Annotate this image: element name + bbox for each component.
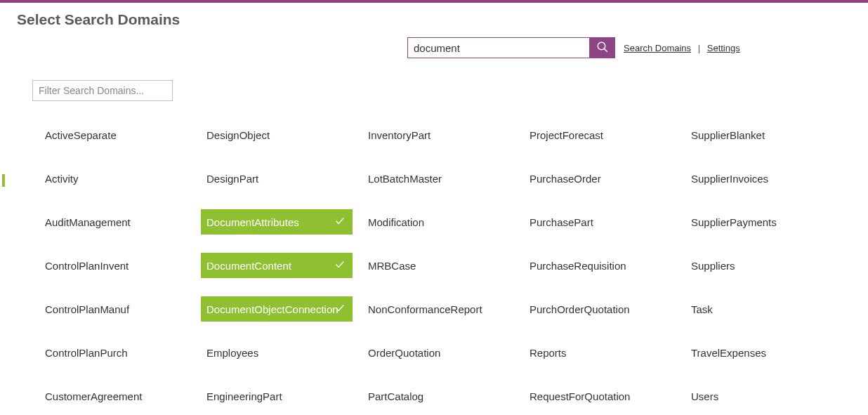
domain-item-label: ActiveSeparate: [45, 129, 117, 141]
filter-row: [32, 80, 868, 101]
domain-item[interactable]: Employees: [201, 340, 355, 365]
svg-line-1: [604, 48, 607, 52]
domain-item[interactable]: NonConformanceReport: [362, 296, 517, 322]
domain-item[interactable]: SupplierPayments: [685, 209, 840, 235]
domain-item-label: MRBCase: [368, 260, 416, 272]
domain-item-label: CustomerAgreement: [45, 390, 142, 402]
svg-point-0: [598, 42, 605, 50]
filter-input[interactable]: [32, 80, 173, 101]
search-input[interactable]: [407, 37, 590, 58]
domain-item-label: Activity: [45, 173, 79, 185]
domain-item-label: PartCatalog: [368, 390, 423, 402]
domain-item[interactable]: PartCatalog: [362, 383, 517, 409]
domain-item-label: Modification: [368, 216, 424, 228]
domain-item[interactable]: SupplierBlanket: [685, 122, 840, 147]
domain-item[interactable]: InventoryPart: [362, 122, 517, 147]
domain-item-label: ControlPlanManuf: [45, 303, 129, 315]
check-icon: [334, 259, 346, 272]
domain-item-label: Employees: [206, 347, 258, 359]
settings-link[interactable]: Settings: [707, 43, 740, 53]
domain-item[interactable]: PurchasePart: [524, 209, 678, 235]
domain-item[interactable]: ControlPlanPurch: [39, 340, 194, 365]
domain-item[interactable]: Reports: [524, 340, 678, 365]
domain-item[interactable]: CustomerAgreement: [39, 383, 194, 409]
domain-item-label: RequestForQuotation: [530, 390, 630, 402]
search-group: Search Domains | Settings: [407, 37, 740, 58]
domain-item[interactable]: LotBatchMaster: [362, 166, 517, 191]
search-domains-link[interactable]: Search Domains: [624, 43, 691, 53]
page-title: Select Search Domains: [0, 3, 868, 28]
domain-item-label: PurchaseOrder: [530, 173, 601, 185]
domains-grid: ActiveSeparateDesignObjectInventoryPartP…: [39, 122, 868, 409]
domain-item[interactable]: PurchOrderQuotation: [524, 296, 678, 322]
domain-item-label: Users: [691, 390, 718, 402]
check-icon: [334, 303, 346, 316]
domain-item[interactable]: Task: [685, 296, 840, 322]
domain-item[interactable]: SupplierInvoices: [685, 166, 840, 191]
check-icon: [334, 216, 346, 229]
domain-item[interactable]: DocumentContent: [201, 253, 353, 278]
domain-item[interactable]: PurchaseRequisition: [524, 253, 678, 278]
domain-item-label: Reports: [530, 347, 567, 359]
domain-item[interactable]: OrderQuotation: [362, 340, 517, 365]
domain-item-label: LotBatchMaster: [368, 173, 442, 185]
domain-item[interactable]: ProjectForecast: [524, 122, 678, 147]
domain-item-label: PurchaseRequisition: [530, 260, 626, 272]
domain-item-label: Task: [691, 303, 713, 315]
domain-item[interactable]: DesignPart: [201, 166, 355, 191]
domain-item-label: DesignObject: [206, 129, 270, 141]
domain-item[interactable]: Modification: [362, 209, 517, 235]
domain-item-label: PurchOrderQuotation: [530, 303, 630, 315]
domain-item[interactable]: AuditManagement: [39, 209, 194, 235]
domain-item[interactable]: PurchaseOrder: [524, 166, 678, 191]
domain-item-label: NonConformanceReport: [368, 303, 482, 315]
domain-item-label: Suppliers: [691, 260, 735, 272]
search-icon: [596, 41, 609, 55]
domain-item[interactable]: TravelExpenses: [685, 340, 840, 365]
domain-item-label: InventoryPart: [368, 129, 430, 141]
domain-item-label: DocumentContent: [206, 260, 291, 272]
domain-item-label: EngineeringPart: [206, 390, 282, 402]
domain-item[interactable]: DocumentObjectConnection: [201, 296, 353, 322]
domain-item[interactable]: ControlPlanInvent: [39, 253, 194, 278]
links-separator: |: [698, 43, 700, 53]
domain-item-label: AuditManagement: [45, 216, 131, 228]
domain-item[interactable]: Suppliers: [685, 253, 840, 278]
domain-item-label: DesignPart: [206, 173, 258, 185]
domain-item[interactable]: DesignObject: [201, 122, 355, 147]
domain-item-label: TravelExpenses: [691, 347, 766, 359]
domain-item-label: ProjectForecast: [530, 129, 603, 141]
search-links: Search Domains | Settings: [624, 43, 740, 53]
domain-item[interactable]: Activity: [39, 166, 194, 191]
domain-item[interactable]: EngineeringPart: [201, 383, 355, 409]
domain-item[interactable]: RequestForQuotation: [524, 383, 678, 409]
domain-item-label: DocumentObjectConnection: [206, 303, 338, 315]
domain-item-label: ControlPlanPurch: [45, 347, 128, 359]
left-edge-marker: [2, 174, 5, 187]
domain-item[interactable]: MRBCase: [362, 253, 517, 278]
domain-item-label: SupplierPayments: [691, 216, 777, 228]
domain-item-label: ControlPlanInvent: [45, 260, 129, 272]
domain-item-label: PurchasePart: [530, 216, 593, 228]
domain-item-label: SupplierInvoices: [691, 173, 768, 185]
domain-item-label: OrderQuotation: [368, 347, 440, 359]
search-button[interactable]: [590, 37, 615, 58]
domain-item[interactable]: Users: [685, 383, 840, 409]
domain-item[interactable]: ControlPlanManuf: [39, 296, 194, 322]
domain-item-label: SupplierBlanket: [691, 129, 765, 141]
domain-item-label: DocumentAttributes: [206, 216, 299, 228]
domain-item[interactable]: ActiveSeparate: [39, 122, 194, 147]
domain-item[interactable]: DocumentAttributes: [201, 209, 353, 235]
